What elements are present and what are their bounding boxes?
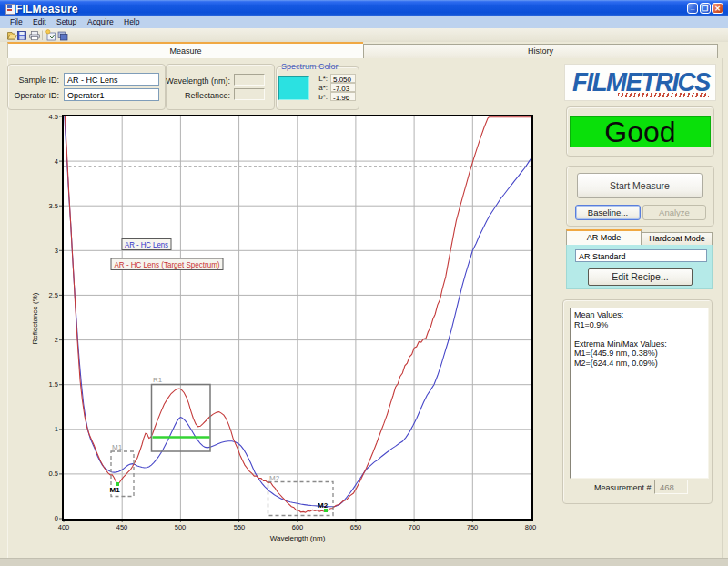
- svg-text:3.5: 3.5: [49, 202, 58, 210]
- svg-text:R1: R1: [153, 376, 163, 384]
- svg-text:M2: M2: [318, 501, 329, 510]
- svg-text:4.5: 4.5: [49, 113, 58, 121]
- svg-text:3: 3: [55, 247, 58, 255]
- svg-text:M2: M2: [269, 474, 280, 482]
- svg-text:700: 700: [409, 523, 420, 531]
- svg-text:550: 550: [234, 523, 246, 531]
- svg-text:M1: M1: [110, 486, 121, 494]
- svg-text:1.5: 1.5: [49, 380, 58, 389]
- svg-text:800: 800: [525, 523, 537, 531]
- svg-text:0: 0: [55, 514, 58, 522]
- svg-text:2: 2: [55, 336, 58, 344]
- svg-text:750: 750: [467, 523, 479, 531]
- svg-text:1: 1: [55, 425, 58, 433]
- svg-text:650: 650: [350, 523, 362, 531]
- svg-text:Wavelength (nm): Wavelength (nm): [270, 534, 326, 542]
- svg-text:400: 400: [58, 523, 70, 531]
- svg-text:450: 450: [116, 523, 128, 531]
- svg-text:AR - HC Lens: AR - HC Lens: [125, 240, 168, 249]
- svg-text:AR - HC Lens (Target Spectrum): AR - HC Lens (Target Spectrum): [115, 260, 220, 269]
- svg-text:M1: M1: [112, 443, 123, 451]
- svg-text:Reflectance (%): Reflectance (%): [31, 292, 39, 344]
- svg-text:4: 4: [55, 157, 58, 166]
- svg-text:500: 500: [175, 523, 187, 531]
- svg-text:600: 600: [292, 523, 304, 531]
- svg-text:2.5: 2.5: [49, 291, 58, 299]
- svg-text:0.5: 0.5: [49, 470, 58, 478]
